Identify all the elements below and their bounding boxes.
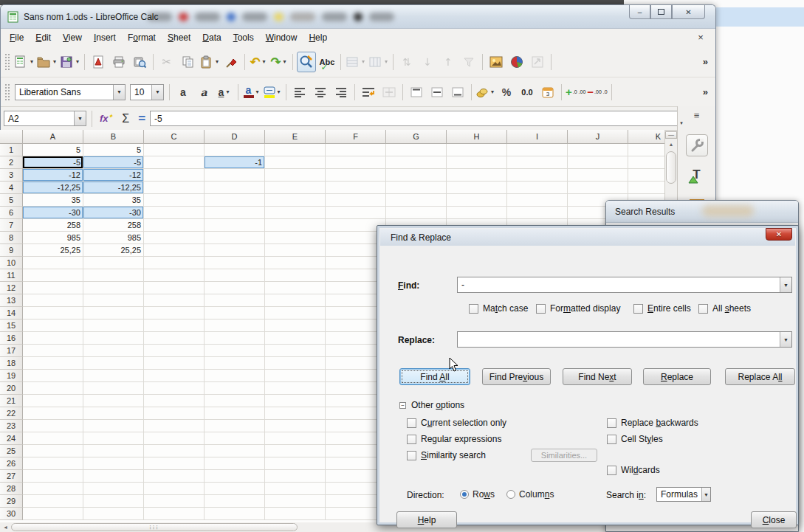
cell-B26[interactable] bbox=[83, 457, 144, 470]
cell-A19[interactable] bbox=[23, 370, 83, 382]
select-all-corner[interactable] bbox=[0, 130, 23, 144]
cell-A29[interactable] bbox=[23, 495, 83, 508]
cell-C22[interactable] bbox=[144, 407, 205, 420]
insert-chart-button[interactable] bbox=[507, 52, 526, 72]
cell-G3[interactable] bbox=[386, 169, 447, 182]
cell-D13[interactable] bbox=[205, 294, 265, 307]
cell-C11[interactable] bbox=[144, 269, 205, 282]
dropdown-arrow-icon[interactable]: ▼ bbox=[701, 488, 710, 501]
cell-C30[interactable] bbox=[144, 508, 205, 520]
cut-button[interactable]: ✂ bbox=[157, 52, 176, 72]
cell-E8[interactable] bbox=[265, 232, 326, 244]
cell-B8[interactable]: 985 bbox=[83, 232, 144, 244]
row-header-18[interactable]: 18 bbox=[0, 357, 23, 370]
cell-E22[interactable] bbox=[265, 407, 326, 420]
close-button[interactable]: ✕ bbox=[672, 5, 705, 19]
merge-cells-button[interactable] bbox=[379, 82, 399, 103]
regular-expressions-checkbox[interactable]: Regular expressions bbox=[407, 434, 501, 444]
cell-A22[interactable] bbox=[23, 407, 83, 420]
cell-B10[interactable] bbox=[83, 257, 144, 269]
row-header-3[interactable]: 3 bbox=[0, 169, 23, 182]
wrap-text-button[interactable] bbox=[359, 82, 378, 103]
checkbox-box[interactable] bbox=[469, 304, 478, 314]
date-format-button[interactable]: 3 bbox=[538, 82, 557, 103]
replace-input[interactable]: ▼ bbox=[457, 331, 792, 348]
cell-G6[interactable] bbox=[386, 207, 447, 219]
print-button[interactable] bbox=[109, 52, 128, 72]
cell-A9[interactable]: 25,25 bbox=[23, 244, 83, 257]
find-next-button[interactable]: Find Next bbox=[563, 368, 632, 385]
toolbar-grip[interactable] bbox=[4, 53, 10, 71]
cell-D7[interactable] bbox=[205, 219, 265, 232]
similarity-search-checkbox[interactable]: Similarity search bbox=[407, 450, 486, 460]
cell-C18[interactable] bbox=[144, 357, 205, 370]
cell-A3[interactable]: -12 bbox=[23, 169, 83, 182]
cell-A18[interactable] bbox=[23, 357, 83, 370]
row-header-21[interactable]: 21 bbox=[0, 395, 23, 407]
cell-F5[interactable] bbox=[326, 194, 386, 207]
cell-D20[interactable] bbox=[205, 382, 265, 395]
row-header-8[interactable]: 8 bbox=[0, 232, 23, 244]
cell-K3[interactable] bbox=[628, 169, 664, 182]
sidebar-styles-button[interactable]: T bbox=[686, 164, 708, 186]
cell-D25[interactable] bbox=[205, 445, 265, 457]
clone-formatting-button[interactable] bbox=[221, 52, 241, 72]
row-header-16[interactable]: 16 bbox=[0, 332, 23, 345]
cell-E18[interactable] bbox=[265, 357, 326, 370]
cell-B18[interactable] bbox=[83, 357, 144, 370]
cell-C24[interactable] bbox=[144, 432, 205, 445]
cell-H1[interactable] bbox=[447, 144, 507, 156]
cell-A24[interactable] bbox=[23, 432, 83, 445]
cell-E10[interactable] bbox=[265, 257, 326, 269]
cell-A10[interactable] bbox=[23, 257, 83, 269]
cell-I4[interactable] bbox=[507, 182, 568, 194]
cell-B7[interactable]: 258 bbox=[83, 219, 144, 232]
row-header-29[interactable]: 29 bbox=[0, 495, 23, 508]
cell-I5[interactable] bbox=[507, 194, 568, 207]
cell-B5[interactable]: 35 bbox=[83, 194, 144, 207]
column-header-E[interactable]: E bbox=[265, 130, 326, 144]
cell-F4[interactable] bbox=[326, 182, 386, 194]
sidebar-settings-button[interactable]: ≡ ▾ bbox=[678, 112, 715, 127]
cell-C20[interactable] bbox=[144, 382, 205, 395]
cell-A25[interactable] bbox=[23, 445, 83, 457]
cell-D1[interactable] bbox=[205, 144, 265, 156]
column-header-F[interactable]: F bbox=[326, 130, 386, 144]
cell-E20[interactable] bbox=[265, 382, 326, 395]
vertical-scroll-thumb[interactable] bbox=[666, 151, 676, 184]
cell-B11[interactable] bbox=[83, 269, 144, 282]
cell-D10[interactable] bbox=[205, 257, 265, 269]
cell-A11[interactable] bbox=[23, 269, 83, 282]
dropdown-arrow-icon[interactable]: ▼ bbox=[780, 332, 791, 347]
paste-button[interactable]: ▾ bbox=[199, 52, 220, 72]
cell-A15[interactable] bbox=[23, 319, 83, 332]
open-file-button[interactable]: ▾ bbox=[36, 52, 58, 72]
menu-format[interactable]: Format bbox=[122, 30, 162, 45]
cell-B24[interactable] bbox=[83, 432, 144, 445]
dropdown-caret[interactable]: ▾ bbox=[360, 58, 366, 65]
formula-icon[interactable]: = bbox=[138, 111, 145, 126]
cell-A28[interactable] bbox=[23, 483, 83, 495]
checkbox-box[interactable] bbox=[633, 304, 643, 314]
align-center-button[interactable] bbox=[311, 82, 330, 103]
cell-B21[interactable] bbox=[83, 395, 144, 407]
find-all-button[interactable]: Find All bbox=[399, 368, 470, 385]
row-header-6[interactable]: 6 bbox=[0, 207, 23, 219]
cell-B17[interactable] bbox=[83, 345, 144, 357]
cell-A30[interactable] bbox=[23, 508, 83, 520]
number-format-button[interactable]: 0.0 bbox=[518, 82, 537, 103]
cell-E7[interactable] bbox=[265, 219, 326, 232]
cell-E19[interactable] bbox=[265, 370, 326, 382]
split-handle[interactable]: — bbox=[665, 131, 677, 139]
cell-A21[interactable] bbox=[23, 395, 83, 407]
radio-circle[interactable] bbox=[506, 490, 515, 499]
dropdown-caret[interactable]: ▾ bbox=[282, 58, 288, 65]
menu-data[interactable]: Data bbox=[196, 30, 227, 45]
cell-J1[interactable] bbox=[568, 144, 628, 156]
cell-B30[interactable] bbox=[83, 508, 144, 520]
cell-F1[interactable] bbox=[326, 144, 386, 156]
cell-D14[interactable] bbox=[205, 307, 265, 319]
cell-A8[interactable]: 985 bbox=[23, 232, 83, 244]
cell-E23[interactable] bbox=[265, 420, 326, 432]
scroll-left-icon[interactable]: ◄ bbox=[0, 522, 11, 532]
